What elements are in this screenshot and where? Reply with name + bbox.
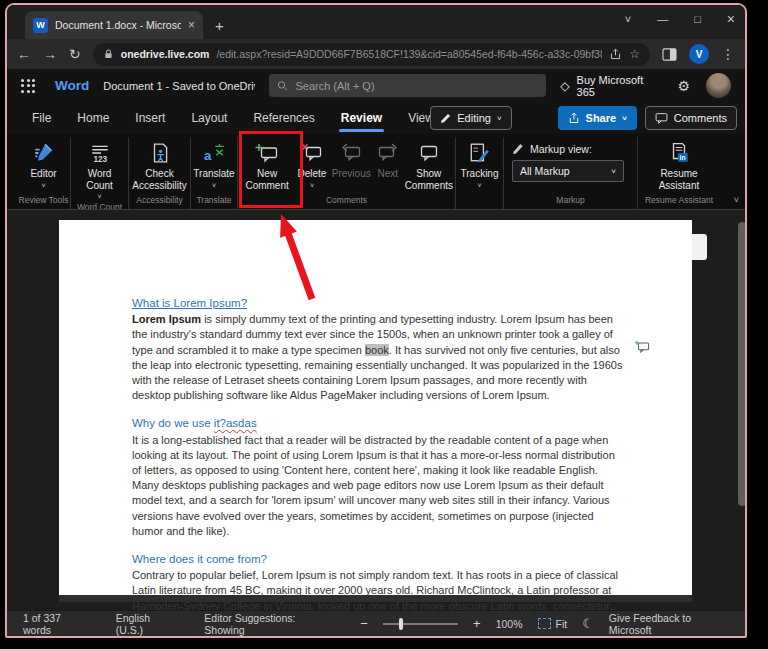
next-comment-button[interactable]: Next	[373, 137, 403, 180]
word-count-button[interactable]: 123 Word Count ˅	[80, 137, 120, 200]
doc-heading-1: What is Lorem Ipsum?	[132, 296, 624, 311]
group-markup: Markup view: All Markup ˅ Markup	[504, 137, 638, 209]
tab-home[interactable]: Home	[64, 102, 122, 134]
favorite-star-icon[interactable]: ☆	[629, 47, 640, 61]
word-count-status[interactable]: 1 of 337 words	[23, 612, 90, 636]
lock-icon	[103, 48, 114, 60]
tab-close-icon[interactable]: ×	[188, 18, 195, 32]
tab-references[interactable]: References	[240, 102, 327, 134]
ribbon-tab-bar: File Home Insert Layout References Revie…	[7, 102, 745, 134]
word-brand[interactable]: Word	[55, 78, 89, 93]
show-comments-label: Show Comments	[403, 168, 455, 191]
comments-label: Comments	[674, 112, 727, 124]
check-accessibility-icon	[149, 141, 171, 165]
show-comments-button[interactable]: Show Comments	[403, 137, 455, 191]
zoom-level[interactable]: 100%	[496, 618, 523, 630]
doc-paragraph-3: Contrary to popular belief, Lorem Ipsum …	[132, 568, 624, 610]
browser-navbar: ← → ↻ onedrive.live.com /edit.aspx?resid…	[7, 39, 745, 69]
svg-text:123: 123	[93, 155, 107, 164]
browser-profile-avatar[interactable]: V	[689, 44, 709, 64]
group-word-count: 123 Word Count ˅ Word Count	[71, 137, 129, 209]
new-comment-label: New Comment	[242, 168, 292, 191]
fit-label: Fit	[556, 618, 568, 630]
account-avatar[interactable]	[706, 73, 731, 98]
chevron-down-icon: ˅	[310, 182, 314, 189]
document-title[interactable]: Document 1 - Saved to OneDrive	[103, 80, 255, 92]
new-tab-button[interactable]: +	[215, 17, 224, 34]
word-favicon-icon: W	[33, 18, 48, 33]
chevron-down-icon: ˅	[477, 182, 481, 189]
margin-comment-icon[interactable]	[634, 340, 650, 358]
editor-suggestions-status[interactable]: Editor Suggestions: Showing	[204, 612, 334, 636]
dark-mode-moon-icon[interactable]: ☾	[582, 616, 594, 631]
next-comment-icon	[377, 141, 399, 165]
fit-button[interactable]: Fit	[538, 618, 568, 630]
refresh-icon[interactable]: ↻	[69, 46, 81, 62]
translate-button[interactable]: a Translate ˅	[193, 137, 234, 189]
zoom-out-button[interactable]: −	[360, 616, 368, 631]
search-input[interactable]	[295, 80, 538, 92]
markup-view-label: Markup view:	[530, 143, 592, 155]
settings-gear-icon[interactable]: ⚙	[677, 78, 690, 94]
doc-paragraph-1: Lorem Ipsum is simply dummy text of the …	[132, 312, 624, 403]
language-status[interactable]: English (U.S.)	[116, 612, 179, 636]
zoom-slider[interactable]	[383, 623, 458, 625]
resume-assistant-icon: in	[668, 141, 690, 165]
tab-review[interactable]: Review	[328, 102, 395, 134]
document-canvas: What is Lorem Ipsum? Lorem Ipsum is simp…	[7, 210, 745, 610]
buy-microsoft-365-button[interactable]: ◇ Buy Microsoft 365	[560, 74, 661, 98]
search-box[interactable]	[269, 74, 546, 97]
browser-tab-title: Document 1.docx - Microsoft Wo	[55, 19, 181, 31]
document-page[interactable]: What is Lorem Ipsum? Lorem Ipsum is simp…	[59, 220, 692, 602]
delete-comment-button[interactable]: Delete ˅	[294, 137, 330, 189]
sidebar-split-icon[interactable]	[662, 48, 677, 61]
comment-icon	[655, 112, 668, 124]
zoom-in-button[interactable]: +	[473, 616, 481, 631]
markup-pen-icon	[512, 143, 524, 155]
collapse-ribbon-chevron-icon[interactable]: ˅	[734, 195, 739, 205]
doc-heading-3: Where does it come from?	[132, 552, 624, 567]
editor-button[interactable]: Editor ˅	[30, 137, 56, 189]
url-domain: onedrive.live.com	[121, 48, 210, 60]
zoom-slider-thumb[interactable]	[399, 618, 403, 630]
editor-icon	[33, 141, 55, 165]
feedback-link[interactable]: Give Feedback to Microsoft	[609, 612, 729, 636]
svg-text:in: in	[680, 154, 686, 161]
chevron-down-icon: ˅	[611, 167, 616, 176]
tab-insert[interactable]: Insert	[122, 102, 178, 134]
editing-mode-button[interactable]: Editing ˅	[430, 106, 511, 130]
previous-comment-button[interactable]: Previous	[330, 137, 373, 180]
check-accessibility-label: Check Accessibility	[129, 168, 191, 191]
comments-panel-button[interactable]: Comments	[645, 106, 737, 130]
pencil-icon	[440, 113, 451, 124]
tab-actions-chevron-icon[interactable]: ˅	[625, 13, 631, 25]
minimize-button[interactable]: —	[657, 13, 668, 25]
back-icon[interactable]: ←	[17, 46, 31, 62]
chevron-down-icon: ˅	[622, 114, 627, 123]
markup-view-dropdown[interactable]: All Markup ˅	[512, 160, 624, 182]
new-comment-button[interactable]: New Comment	[240, 137, 294, 191]
check-accessibility-button[interactable]: Check Accessibility	[129, 137, 191, 191]
share-page-icon[interactable]	[609, 48, 622, 61]
show-comments-icon	[418, 141, 440, 165]
group-translate: a Translate ˅ Translate	[191, 137, 238, 209]
url-bar[interactable]: onedrive.live.com /edit.aspx?resid=A9DDD…	[93, 43, 650, 66]
browser-menu-icon[interactable]: ⋮	[721, 46, 735, 62]
resume-assistant-button[interactable]: in Resume Assistant	[653, 137, 705, 191]
vertical-scrollbar[interactable]	[738, 222, 745, 506]
close-window-button[interactable]: ×	[727, 11, 735, 27]
maximize-button[interactable]: □	[694, 13, 701, 25]
tracking-button[interactable]: Tracking ˅	[461, 137, 499, 189]
previous-label: Previous	[332, 168, 371, 180]
svg-text:a: a	[204, 148, 212, 163]
forward-icon[interactable]: →	[43, 46, 57, 62]
app-launcher-icon[interactable]	[21, 79, 35, 93]
tab-file[interactable]: File	[19, 102, 64, 134]
tab-layout[interactable]: Layout	[178, 102, 240, 134]
clipped-text-line	[59, 595, 692, 602]
page-side-tab[interactable]	[692, 234, 707, 260]
share-button[interactable]: Share ˅	[558, 106, 637, 130]
group-caption: Translate	[191, 193, 237, 209]
group-caption: Markup	[512, 193, 629, 209]
browser-tab[interactable]: W Document 1.docx - Microsoft Wo ×	[25, 11, 203, 39]
